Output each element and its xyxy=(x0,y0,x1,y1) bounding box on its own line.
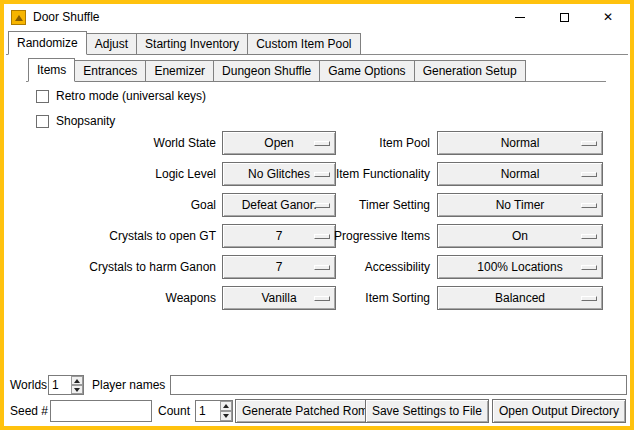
seed-input[interactable] xyxy=(50,400,152,422)
tab-generation-setup[interactable]: Generation Setup xyxy=(414,60,526,82)
progressive-items-label: Progressive Items xyxy=(274,224,430,248)
goal-label: Goal xyxy=(24,193,216,217)
accessibility-label: Accessibility xyxy=(274,255,430,279)
dropdown-indicator-icon xyxy=(581,141,597,146)
tab-dungeon-shuffle[interactable]: Dungeon Shuffle xyxy=(213,60,320,82)
item-functionality-value: Normal xyxy=(501,167,540,181)
secondary-tab-bar: Items Entrances Enemizer Dungeon Shuffle… xyxy=(28,58,526,82)
item-pool-dropdown[interactable]: Normal xyxy=(437,131,603,155)
client-area: Randomize Adjust Starting Inventory Cust… xyxy=(4,30,630,426)
worlds-spin-arrows xyxy=(71,376,83,394)
window: Door Shuffle ✕ Randomize Adjust Starting… xyxy=(0,0,634,430)
count-label: Count xyxy=(158,400,190,422)
retro-mode-label: Retro mode (universal keys) xyxy=(56,89,206,103)
item-functionality-dropdown[interactable]: Normal xyxy=(437,162,603,186)
spin-up-icon xyxy=(223,404,229,408)
item-sorting-label: Item Sorting xyxy=(274,286,430,310)
player-names-label: Player names xyxy=(92,375,165,395)
weapons-label: Weapons xyxy=(24,286,216,310)
crystals-open-gt-label: Crystals to open GT xyxy=(24,224,216,248)
tab-randomize[interactable]: Randomize xyxy=(8,31,87,55)
dropdown-indicator-icon xyxy=(581,265,597,270)
progressive-items-value: On xyxy=(512,229,528,243)
tab-adjust[interactable]: Adjust xyxy=(86,33,137,55)
worlds-label: Worlds xyxy=(10,375,47,395)
spin-up-icon xyxy=(74,379,80,383)
open-output-directory-button[interactable]: Open Output Directory xyxy=(492,399,626,423)
worlds-spin-up-button[interactable] xyxy=(71,376,83,385)
retro-mode-checkbox-row[interactable]: Retro mode (universal keys) xyxy=(36,88,206,104)
count-spinbox[interactable]: 1 xyxy=(195,400,233,422)
item-sorting-value: Balanced xyxy=(495,291,545,305)
maximize-button[interactable] xyxy=(542,4,586,30)
count-spin-arrows xyxy=(220,401,232,421)
minimize-button[interactable] xyxy=(498,4,542,30)
timer-setting-dropdown[interactable]: No Timer xyxy=(437,193,603,217)
dropdown-indicator-icon xyxy=(581,234,597,239)
item-pool-value: Normal xyxy=(501,136,540,150)
primary-tab-bar: Randomize Adjust Starting Inventory Cust… xyxy=(8,31,361,55)
spin-down-icon xyxy=(223,414,229,418)
tab-starting-inventory[interactable]: Starting Inventory xyxy=(136,33,248,55)
shopsanity-label: Shopsanity xyxy=(56,114,115,128)
count-spin-down-button[interactable] xyxy=(220,411,232,421)
dropdown-indicator-icon xyxy=(581,203,597,208)
item-pool-label: Item Pool xyxy=(274,131,430,155)
close-icon: ✕ xyxy=(603,11,613,23)
count-spin-up-button[interactable] xyxy=(220,401,232,411)
timer-setting-label: Timer Setting xyxy=(274,193,430,217)
worlds-spin-down-button[interactable] xyxy=(71,385,83,394)
player-names-input[interactable] xyxy=(170,375,627,395)
accessibility-value: 100% Locations xyxy=(477,260,562,274)
item-sorting-dropdown[interactable]: Balanced xyxy=(437,286,603,310)
item-functionality-label: Item Functionality xyxy=(274,162,430,186)
close-button[interactable]: ✕ xyxy=(586,4,630,30)
accessibility-dropdown[interactable]: 100% Locations xyxy=(437,255,603,279)
worlds-spinbox[interactable]: 1 xyxy=(48,375,84,395)
spin-down-icon xyxy=(74,388,80,392)
shopsanity-checkbox-row[interactable]: Shopsanity xyxy=(36,113,115,129)
bottom-right-buttons: Save Settings to File Open Output Direct… xyxy=(365,399,626,423)
retro-mode-checkbox[interactable] xyxy=(36,90,49,103)
generate-patched-rom-button[interactable]: Generate Patched Rom xyxy=(235,399,375,423)
app-icon xyxy=(11,10,26,25)
dropdown-indicator-icon xyxy=(581,172,597,177)
window-controls: ✕ xyxy=(498,4,630,30)
maximize-icon xyxy=(560,13,569,22)
count-value: 1 xyxy=(196,401,220,421)
tab-custom-item-pool[interactable]: Custom Item Pool xyxy=(247,33,360,55)
logic-level-label: Logic Level xyxy=(24,162,216,186)
tab-items[interactable]: Items xyxy=(28,58,75,82)
tab-enemizer[interactable]: Enemizer xyxy=(145,60,214,82)
window-title: Door Shuffle xyxy=(33,10,100,24)
shopsanity-checkbox[interactable] xyxy=(36,115,49,128)
dropdown-indicator-icon xyxy=(581,296,597,301)
seed-label: Seed # xyxy=(10,400,48,422)
progressive-items-dropdown[interactable]: On xyxy=(437,224,603,248)
save-settings-button[interactable]: Save Settings to File xyxy=(365,399,489,423)
minimize-icon xyxy=(515,17,525,18)
worlds-value: 1 xyxy=(49,376,71,394)
world-state-label: World State xyxy=(24,131,216,155)
tab-entrances[interactable]: Entrances xyxy=(74,60,146,82)
tab-game-options[interactable]: Game Options xyxy=(319,60,414,82)
titlebar: Door Shuffle ✕ xyxy=(4,4,630,30)
timer-setting-value: No Timer xyxy=(496,198,545,212)
crystals-harm-ganon-label: Crystals to harm Ganon xyxy=(24,255,216,279)
